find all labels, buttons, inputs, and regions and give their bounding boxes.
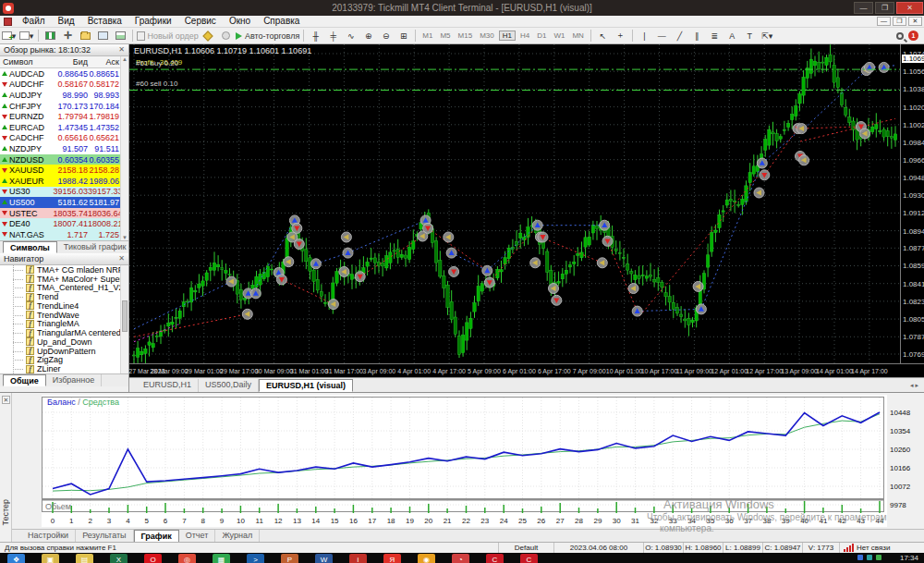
column-header-0[interactable]: Символ <box>0 57 50 67</box>
navigator-item-10[interactable]: fZigZag <box>0 356 128 365</box>
symbol-row-AUDJPY[interactable]: AUDJPY98.99098.993 <box>0 90 128 101</box>
mdi-minimize-button[interactable]: — <box>877 17 891 26</box>
zoom-out-button[interactable]: ⊖ <box>378 29 394 43</box>
symbol-row-XAUEUR[interactable]: XAUEUR1988.421989.06 <box>0 176 128 187</box>
trade-marker[interactable] <box>284 257 294 267</box>
navigator-scrollbar[interactable] <box>120 265 128 373</box>
menu-4[interactable]: Сервис <box>178 16 223 26</box>
taskbar-icon-folder[interactable]: ▤ <box>76 554 93 563</box>
taskbar-icon-word[interactable]: W <box>315 554 333 563</box>
strategy-tester-toggle[interactable] <box>113 29 128 43</box>
timeframe-m30[interactable]: M30 <box>477 31 497 40</box>
status-profile[interactable]: Default <box>498 543 553 553</box>
search-icon[interactable] <box>896 32 904 40</box>
taskbar-icon-chrome[interactable]: ◎ <box>178 554 196 563</box>
new-chart-button[interactable]: ▾ <box>1 29 17 43</box>
trade-marker[interactable] <box>796 124 807 134</box>
trade-marker[interactable] <box>292 223 302 233</box>
symbol-row-US30[interactable]: US3039156.0339157.33 <box>0 187 128 198</box>
timeframe-mn[interactable]: MN <box>569 31 586 40</box>
column-header-1[interactable]: Бид <box>50 57 88 67</box>
taskbar-icon-browser[interactable]: ◔ <box>452 554 469 563</box>
trade-marker[interactable] <box>242 309 252 319</box>
trade-marker[interactable] <box>530 258 541 268</box>
market-watch-close-icon[interactable]: ✕ <box>118 46 125 54</box>
taskbar-icon-start[interactable]: ❖ <box>7 554 25 563</box>
symbol-row-AUDCHF[interactable]: AUDCHF0.581670.58172 <box>0 80 128 91</box>
trade-marker[interactable] <box>754 188 764 198</box>
taskbar-icon-installer[interactable]: i <box>349 554 367 563</box>
new-order-button[interactable]: Новый ордер <box>137 29 199 43</box>
hline-tool-button[interactable]: — <box>654 29 670 43</box>
tester-tab-1[interactable]: Результаты <box>76 530 133 543</box>
menu-5[interactable]: Окно <box>223 16 257 26</box>
tester-tab-0[interactable]: Настройки <box>21 530 76 543</box>
trade-marker[interactable] <box>276 275 286 285</box>
line-chart-mode-button[interactable]: ∿ <box>343 29 359 43</box>
trade-marker[interactable] <box>341 232 351 242</box>
taskbar-icon-palette-app[interactable]: ◉ <box>418 554 435 563</box>
symbol-row-EURCAD[interactable]: EURCAD1.473451.47352 <box>0 122 128 133</box>
taskbar-icon-paint[interactable]: P <box>281 554 298 563</box>
balance-chart[interactable]: 0123456789101112131415161718192021222324… <box>42 395 887 527</box>
mdi-restore-button[interactable]: ❐ <box>893 17 906 26</box>
taskbar-icon-monitor-app[interactable]: ▦ <box>213 554 230 563</box>
tray-icon-2[interactable] <box>857 555 863 560</box>
trade-marker[interactable] <box>552 295 562 305</box>
metaeditor-button[interactable] <box>201 29 216 43</box>
restore-button[interactable]: ❐ <box>875 2 894 14</box>
symbol-row-NZDJPY[interactable]: NZDJPY91.50791.511 <box>0 143 128 154</box>
symbol-row-CADCHF[interactable]: CADCHF0.656160.65621 <box>0 133 128 144</box>
navigator-item-0[interactable]: fTMA+ CG mladen NRP <box>0 265 128 275</box>
navigator-item-8[interactable]: fUp_and_Down <box>0 337 128 347</box>
trade-marker[interactable] <box>865 62 875 72</box>
taskbar-icon-app-red-1[interactable]: C <box>486 554 504 563</box>
timeframe-h1[interactable]: H1 <box>499 31 516 41</box>
chart-tab-0[interactable]: EURUSD,H1 <box>137 379 199 392</box>
menu-2[interactable]: Вставка <box>81 16 128 26</box>
bar-chart-mode-button[interactable]: ╫ <box>308 29 323 43</box>
market-watch-tab-1[interactable]: Тиковый график <box>57 241 134 253</box>
tester-tab-2[interactable]: График <box>134 530 179 543</box>
taskbar-icon-excel[interactable]: X <box>110 554 128 563</box>
symbol-row-US500[interactable]: US5005181.625181.97 <box>0 197 128 208</box>
trade-marker[interactable] <box>328 300 338 310</box>
trade-marker[interactable] <box>879 62 889 72</box>
trade-marker[interactable] <box>600 220 610 230</box>
tray-icon-1[interactable] <box>867 555 872 560</box>
chart-tab-2[interactable]: EURUSD,H1 (visual) <box>259 379 353 392</box>
market-watch-tab-0[interactable]: Символы <box>3 241 57 253</box>
navigator-item-1[interactable]: fTMA+ MaColor+ SuperTrend <box>0 275 128 284</box>
taskbar-icon-terminal[interactable]: > <box>247 554 264 563</box>
arrows-tool-button[interactable]: ⇱▾ <box>760 29 775 43</box>
close-button[interactable]: ✕ <box>896 2 923 14</box>
tester-close-icon[interactable]: ✕ <box>2 396 10 404</box>
trade-marker[interactable] <box>532 220 542 230</box>
symbol-row-NAT.GAS[interactable]: NAT.GAS1.7171.725 <box>0 229 128 240</box>
market-watch-scrollbar[interactable]: ▲▼ <box>120 56 128 240</box>
vline-tool-button[interactable]: | <box>637 29 652 43</box>
menu-0[interactable]: Файл <box>16 16 52 26</box>
symbol-row-AUDCAD[interactable]: AUDCAD0.886450.88651 <box>0 68 128 80</box>
channel-tool-button[interactable]: ∥ <box>689 29 705 43</box>
trade-marker[interactable] <box>339 266 349 276</box>
trade-marker[interactable] <box>484 277 494 288</box>
trade-marker[interactable] <box>482 265 492 275</box>
trade-marker[interactable] <box>549 284 559 294</box>
timeframe-m1[interactable]: M1 <box>419 31 435 40</box>
trade-marker[interactable] <box>693 281 703 291</box>
navigator-item-5[interactable]: fTrendWave <box>0 311 128 320</box>
navigator-item-2[interactable]: fTMA_Centered_H1_V2_VS <box>0 284 128 293</box>
trade-marker[interactable] <box>226 276 237 287</box>
navigator-tab-0[interactable]: Общие <box>3 374 46 386</box>
tester-tab-4[interactable]: Журнал <box>215 530 260 543</box>
mdi-close-button[interactable]: ✕ <box>908 17 922 26</box>
navigator-close-icon[interactable]: ✕ <box>118 255 125 263</box>
menu-3[interactable]: Графики <box>128 16 178 26</box>
taskbar-icon-app-red-2[interactable]: C <box>520 554 538 563</box>
trade-marker[interactable] <box>597 258 607 268</box>
tray-icon-0[interactable] <box>876 555 881 560</box>
trade-marker[interactable] <box>449 266 459 276</box>
label-tool-button[interactable]: T <box>742 29 758 43</box>
trade-marker[interactable] <box>423 223 433 233</box>
